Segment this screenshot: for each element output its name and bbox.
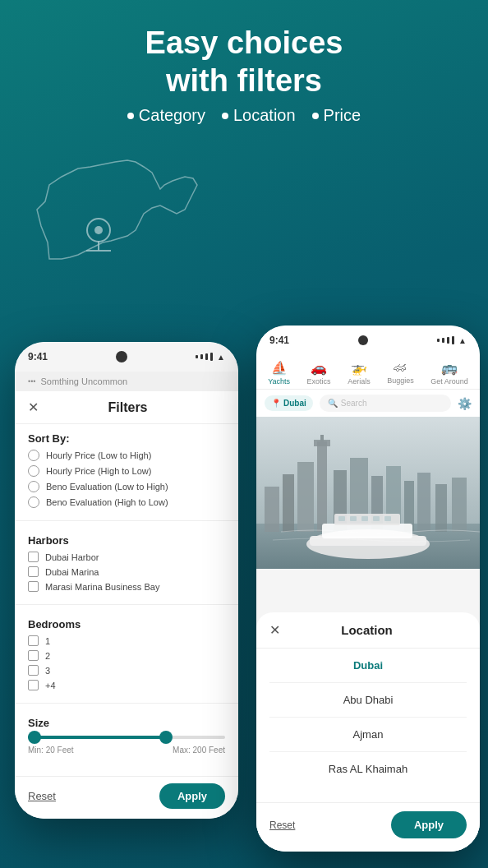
status-bar-right: 9:41 ▲ — [256, 326, 480, 355]
filter-bottom-bar: Reset Apply — [15, 776, 238, 819]
phone-location: 9:41 ▲ ⛵ Yachts 🚗 Exotics 🚁 Aerials 🏎 Bu… — [256, 326, 480, 852]
radio-icon[interactable] — [28, 496, 39, 508]
bedroom-2[interactable]: 2 — [28, 650, 225, 661]
location-modal: ✕ Location Dubai Abu Dhabi Ajman Ras AL … — [256, 612, 480, 852]
sort-option-2[interactable]: Hourly Price (High to Low) — [28, 465, 225, 477]
getaround-icon: 🚌 — [441, 360, 458, 376]
apply-button[interactable]: Apply — [159, 783, 225, 809]
yacht-image: Premium — [256, 417, 480, 569]
divider — [15, 604, 238, 605]
page-title: Easy choices with filters — [0, 25, 488, 99]
checkbox-icon[interactable] — [28, 566, 39, 577]
svg-rect-25 — [338, 516, 345, 521]
svg-rect-7 — [265, 487, 279, 532]
dot-icon — [312, 113, 319, 119]
location-badge[interactable]: 📍 Dubai — [265, 395, 313, 411]
bedroom-1[interactable]: 1 — [28, 635, 225, 646]
svg-rect-20 — [452, 478, 467, 532]
svg-rect-19 — [435, 484, 447, 532]
divider — [15, 520, 238, 521]
close-icon[interactable]: ✕ — [28, 399, 39, 415]
feature-price: Price — [312, 106, 361, 125]
location-abudhabi[interactable]: Abu Dhabi — [256, 683, 480, 717]
slider-fill — [28, 736, 166, 739]
sort-by-label: Sort By: — [28, 432, 225, 445]
svg-rect-27 — [361, 516, 368, 521]
checkbox-icon[interactable] — [28, 635, 39, 646]
slider-thumb-left[interactable] — [28, 731, 41, 744]
harbor-3[interactable]: Marasi Marina Business Bay — [28, 581, 225, 592]
sort-by-section: Sort By: Hourly Price (Low to High) Hour… — [15, 424, 238, 515]
signal-icons-right: ▲ — [437, 336, 467, 345]
header-section: Easy choices with filters Category Locat… — [0, 25, 488, 125]
harbors-label: Harbors — [28, 534, 225, 547]
svg-rect-8 — [283, 474, 294, 532]
search-box[interactable]: 🔍 Search — [320, 395, 451, 412]
feature-location: Location — [222, 106, 296, 125]
aerials-icon: 🚁 — [351, 360, 367, 376]
pin-icon: 📍 — [271, 399, 281, 408]
location-rasalkhaimah[interactable]: Ras AL Khaimah — [256, 752, 480, 786]
filter-title: Filters — [47, 400, 209, 415]
search-row: 📍 Dubai 🔍 Search ⚙️ — [256, 390, 480, 417]
sort-option-4[interactable]: Beno Evaluation (High to Low) — [28, 496, 225, 508]
size-slider[interactable] — [28, 736, 225, 739]
svg-rect-12 — [320, 435, 324, 441]
status-bar-left: 9:41 ▲ — [15, 342, 238, 372]
svg-rect-26 — [350, 516, 357, 521]
reset-button[interactable]: Reset — [269, 820, 295, 831]
yacht-icon: ⛵ — [271, 360, 288, 376]
harbor-1[interactable]: Dubai Harbor — [28, 552, 225, 562]
svg-point-1 — [94, 226, 103, 234]
bedroom-3[interactable]: 3 — [28, 665, 225, 676]
location-modal-title: Location — [280, 623, 453, 637]
camera-dot — [358, 335, 368, 345]
buggies-icon: 🏎 — [394, 360, 407, 375]
location-close-icon[interactable]: ✕ — [269, 622, 280, 638]
location-ajman[interactable]: Ajman — [256, 718, 480, 751]
svg-rect-9 — [297, 462, 314, 532]
apply-button[interactable]: Apply — [391, 811, 467, 838]
tab-aerials[interactable]: 🚁 Aerials — [348, 360, 371, 386]
location-dubai[interactable]: Dubai — [256, 649, 480, 682]
size-label: Size — [28, 717, 225, 729]
search-icon: 🔍 — [328, 399, 338, 408]
divider — [15, 703, 238, 704]
notch — [116, 351, 127, 362]
tab-exotics[interactable]: 🚗 Exotics — [307, 360, 331, 386]
tab-buggies[interactable]: 🏎 Buggies — [387, 360, 414, 386]
tab-yachts[interactable]: ⛵ Yachts — [268, 360, 290, 386]
map-decoration — [25, 144, 205, 284]
bedroom-plus4[interactable]: +4 — [28, 680, 225, 690]
reset-button[interactable]: Reset — [28, 790, 56, 802]
checkbox-icon[interactable] — [28, 665, 39, 676]
feature-category: Category — [127, 106, 205, 125]
radio-icon[interactable] — [28, 481, 39, 492]
checkbox-icon[interactable] — [28, 680, 39, 690]
radio-icon[interactable] — [28, 465, 39, 477]
svg-rect-29 — [384, 516, 391, 521]
sort-option-1[interactable]: Hourly Price (Low to High) — [28, 450, 225, 461]
location-modal-header: ✕ Location — [256, 612, 480, 649]
modal-bottom-bar: Reset Apply — [256, 802, 480, 852]
signal-icons: ▲ — [196, 353, 225, 362]
filter-header: ✕ Filters — [15, 391, 238, 424]
filter-icon[interactable]: ⚙️ — [458, 397, 472, 410]
exotics-icon: 🚗 — [311, 360, 327, 376]
harbor-2[interactable]: Dubai Marina — [28, 566, 225, 577]
tab-bar: ⛵ Yachts 🚗 Exotics 🚁 Aerials 🏎 Buggies 🚌… — [256, 355, 480, 390]
checkbox-icon[interactable] — [28, 552, 39, 562]
dot-icon — [222, 113, 228, 119]
bedrooms-section: Bedrooms 1 2 3 +4 — [15, 610, 238, 698]
checkbox-icon[interactable] — [28, 650, 39, 661]
tab-getaround[interactable]: 🚌 Get Around — [430, 360, 468, 386]
svg-rect-10 — [317, 441, 327, 532]
svg-rect-28 — [373, 516, 380, 521]
phone-filters: 9:41 ▲ ••• Somthing Uncommon ✕ Filters S… — [15, 342, 238, 819]
radio-icon[interactable] — [28, 450, 39, 461]
size-labels: Min: 20 Feet Max: 200 Feet — [28, 746, 225, 755]
checkbox-icon[interactable] — [28, 581, 39, 592]
sort-option-3[interactable]: Beno Evaluation (Low to High) — [28, 481, 225, 492]
slider-thumb-right[interactable] — [159, 731, 173, 744]
dot-icon — [127, 113, 134, 119]
